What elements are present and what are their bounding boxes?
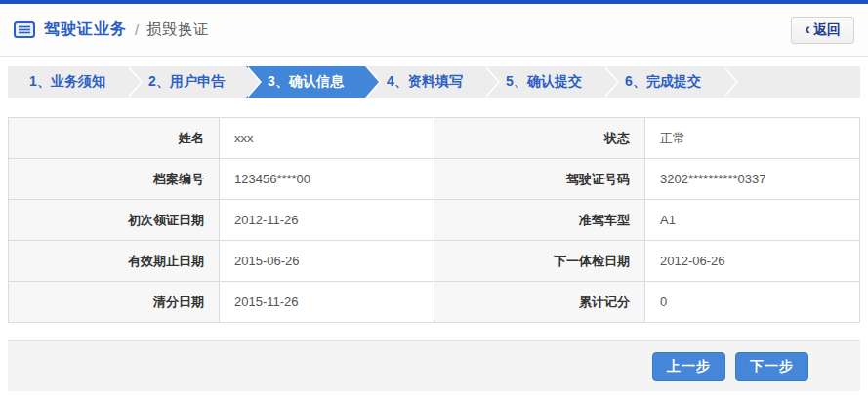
table-row: 清分日期 2015-11-26 累计记分 0 bbox=[9, 282, 860, 323]
chevron-left-icon: ‹ bbox=[805, 20, 810, 37]
field-value-accumulated-points: 0 bbox=[645, 282, 860, 323]
step-label: 4、资料填写 bbox=[387, 73, 463, 91]
step-4-fill-materials[interactable]: 4、资料填写 bbox=[365, 66, 484, 98]
field-value-status: 正常 bbox=[645, 118, 860, 159]
field-label-name: 姓名 bbox=[9, 118, 220, 159]
step-label: 5、确认提交 bbox=[506, 73, 582, 91]
field-value-points-clear-date: 2015-11-26 bbox=[220, 282, 434, 323]
license-info-table: 姓名 xxx 状态 正常 档案编号 123456****00 驾驶证号码 320… bbox=[8, 117, 860, 323]
field-label-expiry-date: 有效期止日期 bbox=[9, 241, 220, 282]
field-value-first-issue-date: 2012-11-26 bbox=[220, 200, 434, 241]
step-5-confirm-submit[interactable]: 5、确认提交 bbox=[484, 66, 603, 98]
field-value-archive-no: 123456****00 bbox=[220, 159, 434, 200]
field-label-next-checkup-date: 下一体检日期 bbox=[434, 241, 645, 282]
field-label-status: 状态 bbox=[434, 118, 645, 159]
step-3-confirm-info[interactable]: 3、确认信息 bbox=[246, 66, 365, 98]
previous-step-button[interactable]: 上一步 bbox=[652, 352, 725, 381]
field-value-license-no: 3202**********0337 bbox=[645, 159, 860, 200]
table-row: 有效期止日期 2015-06-26 下一体检日期 2012-06-26 bbox=[9, 241, 860, 282]
field-label-license-no: 驾驶证号码 bbox=[434, 159, 645, 200]
breadcrumb-current: 损毁换证 bbox=[146, 20, 209, 39]
back-button[interactable]: ‹ 返回 bbox=[791, 17, 854, 44]
field-label-points-clear-date: 清分日期 bbox=[9, 282, 220, 323]
license-list-icon bbox=[14, 21, 35, 38]
table-row: 姓名 xxx 状态 正常 bbox=[9, 118, 860, 159]
action-footer: 上一步 下一步 bbox=[8, 340, 860, 391]
table-row: 初次领证日期 2012-11-26 准驾车型 A1 bbox=[9, 200, 860, 241]
field-value-vehicle-class: A1 bbox=[645, 200, 860, 241]
field-value-name: xxx bbox=[220, 118, 434, 159]
breadcrumb-separator: / bbox=[135, 21, 139, 38]
field-label-first-issue-date: 初次领证日期 bbox=[9, 200, 220, 241]
field-label-accumulated-points: 累计记分 bbox=[434, 282, 645, 323]
step-label: 2、用户申告 bbox=[148, 73, 225, 91]
step-wizard-tail bbox=[723, 66, 860, 98]
step-label: 1、业务须知 bbox=[29, 73, 105, 91]
page-header: 驾驶证业务 / 损毁换证 ‹ 返回 bbox=[0, 4, 868, 57]
step-label: 3、确认信息 bbox=[268, 73, 344, 91]
field-label-vehicle-class: 准驾车型 bbox=[434, 200, 645, 241]
step-2-user-declaration[interactable]: 2、用户申告 bbox=[127, 66, 246, 98]
field-value-next-checkup-date: 2012-06-26 bbox=[645, 241, 860, 282]
step-label: 6、完成提交 bbox=[625, 73, 701, 91]
step-6-complete-submit[interactable]: 6、完成提交 bbox=[603, 66, 723, 98]
field-value-expiry-date: 2015-06-26 bbox=[220, 241, 434, 282]
back-button-label: 返回 bbox=[813, 21, 841, 39]
next-step-button[interactable]: 下一步 bbox=[735, 352, 808, 381]
table-row: 档案编号 123456****00 驾驶证号码 3202**********03… bbox=[9, 159, 860, 200]
page-title: 驾驶证业务 bbox=[44, 20, 127, 40]
step-1-business-notice[interactable]: 1、业务须知 bbox=[8, 66, 127, 98]
step-wizard: 1、业务须知 2、用户申告 3、确认信息 4、资料填写 5、确认提交 6、完成提… bbox=[8, 66, 860, 98]
field-label-archive-no: 档案编号 bbox=[9, 159, 220, 200]
